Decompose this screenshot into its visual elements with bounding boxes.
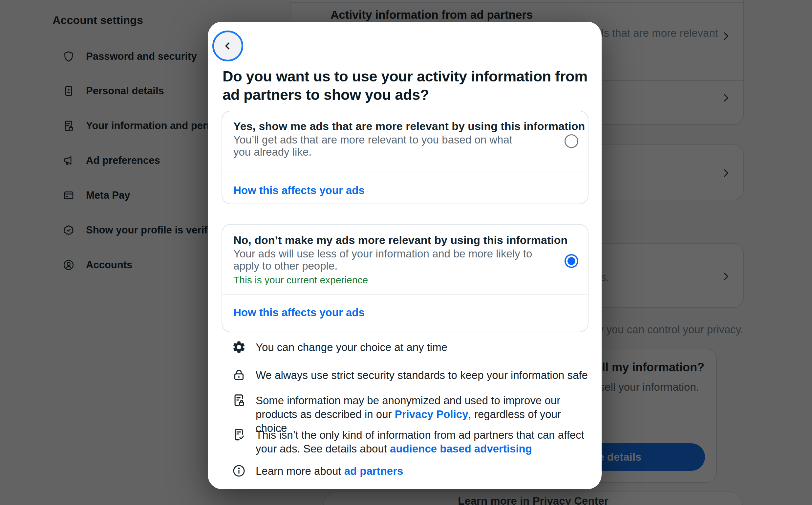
lock-icon <box>232 368 246 382</box>
info-row-security: We always use strict security standards … <box>232 368 594 382</box>
gear-icon <box>232 340 246 354</box>
info-text: You can change your choice at any time <box>256 340 594 354</box>
modal-title: Do you want us to use your activity info… <box>222 67 592 104</box>
back-button[interactable] <box>212 30 243 61</box>
option-yes-description: You’ll get ads that are more relevant to… <box>233 134 522 158</box>
privacy-policy-link[interactable]: Privacy Policy <box>395 408 468 420</box>
current-experience-status: This is your current experience <box>233 275 368 286</box>
audience-based-advertising-link[interactable]: audience based advertising <box>390 443 532 455</box>
option-yes-title: Yes, show me ads that are more relevant … <box>233 120 585 133</box>
option-no-title: No, don’t make my ads more relevant by u… <box>233 234 568 246</box>
ad-partners-link[interactable]: ad partners <box>344 465 403 477</box>
radio-option-yes[interactable] <box>565 134 578 148</box>
info-text: We always use strict security standards … <box>256 368 594 382</box>
how-affects-ads-link-no[interactable]: How this affects your ads <box>233 306 365 319</box>
ad-partners-choice-modal: Do you want us to use your activity info… <box>208 22 602 489</box>
option-no-card[interactable]: No, don’t make my ads more relevant by u… <box>222 224 589 332</box>
info-text: This isn’t the only kind of information … <box>256 428 594 456</box>
info-row-learn-more: Learn more about ad partners <box>232 464 594 478</box>
radio-option-no-selected[interactable] <box>565 254 578 268</box>
info-row-other-information: This isn’t the only kind of information … <box>232 428 594 456</box>
option-yes-card[interactable]: Yes, show me ads that are more relevant … <box>222 111 589 204</box>
document-lock-icon <box>232 393 246 407</box>
info-text: Learn more about ad partners <box>256 464 594 478</box>
note-check-icon <box>232 428 246 442</box>
info-row-change-choice: You can change your choice at any time <box>232 340 594 354</box>
chevron-left-icon <box>222 40 234 52</box>
how-affects-ads-link-yes[interactable]: How this affects your ads <box>233 184 365 197</box>
option-no-description: Your ads will use less of your informati… <box>233 247 535 272</box>
info-circle-icon <box>232 464 246 478</box>
